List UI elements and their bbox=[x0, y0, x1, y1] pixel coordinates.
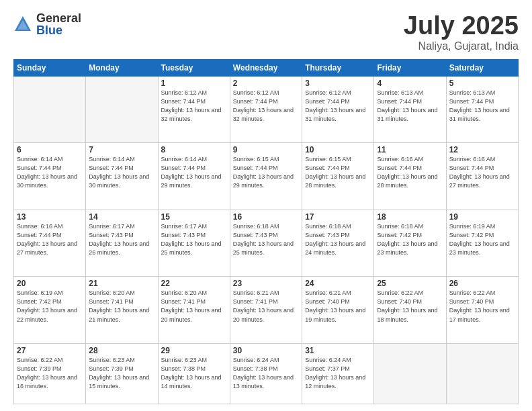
day-info: Sunrise: 6:24 AM Sunset: 7:37 PM Dayligh… bbox=[305, 356, 371, 391]
day-info: Sunrise: 6:19 AM Sunset: 7:42 PM Dayligh… bbox=[449, 222, 515, 257]
day-number: 31 bbox=[305, 346, 371, 355]
day-info: Sunrise: 6:16 AM Sunset: 7:44 PM Dayligh… bbox=[17, 222, 83, 257]
day-info: Sunrise: 6:13 AM Sunset: 7:44 PM Dayligh… bbox=[377, 89, 443, 124]
day-info: Sunrise: 6:13 AM Sunset: 7:44 PM Dayligh… bbox=[449, 89, 515, 124]
day-info: Sunrise: 6:12 AM Sunset: 7:44 PM Dayligh… bbox=[161, 89, 227, 124]
day-number: 13 bbox=[17, 212, 83, 222]
table-row bbox=[374, 343, 446, 404]
day-info: Sunrise: 6:15 AM Sunset: 7:44 PM Dayligh… bbox=[305, 155, 371, 190]
day-number: 24 bbox=[305, 279, 371, 288]
table-row: 17Sunrise: 6:18 AM Sunset: 7:43 PM Dayli… bbox=[302, 210, 374, 277]
day-info: Sunrise: 6:15 AM Sunset: 7:44 PM Dayligh… bbox=[233, 155, 299, 190]
day-info: Sunrise: 6:18 AM Sunset: 7:43 PM Dayligh… bbox=[305, 222, 371, 257]
day-number: 18 bbox=[377, 212, 443, 222]
logo-general: General bbox=[36, 12, 81, 24]
table-row: 7Sunrise: 6:14 AM Sunset: 7:44 PM Daylig… bbox=[86, 143, 158, 210]
table-row: 11Sunrise: 6:16 AM Sunset: 7:44 PM Dayli… bbox=[374, 143, 446, 210]
day-info: Sunrise: 6:16 AM Sunset: 7:44 PM Dayligh… bbox=[377, 155, 443, 190]
col-wednesday: Wednesday bbox=[230, 59, 302, 76]
calendar-table: Sunday Monday Tuesday Wednesday Thursday… bbox=[13, 59, 519, 404]
day-number: 1 bbox=[161, 79, 227, 88]
table-row bbox=[446, 343, 518, 404]
table-row: 3Sunrise: 6:12 AM Sunset: 7:44 PM Daylig… bbox=[302, 76, 374, 143]
day-info: Sunrise: 6:23 AM Sunset: 7:39 PM Dayligh… bbox=[89, 356, 154, 391]
col-thursday: Thursday bbox=[302, 59, 374, 76]
day-info: Sunrise: 6:20 AM Sunset: 7:41 PM Dayligh… bbox=[89, 289, 154, 324]
col-sunday: Sunday bbox=[14, 59, 86, 76]
table-row: 13Sunrise: 6:16 AM Sunset: 7:44 PM Dayli… bbox=[14, 210, 86, 277]
day-number: 19 bbox=[449, 212, 515, 222]
day-info: Sunrise: 6:16 AM Sunset: 7:44 PM Dayligh… bbox=[449, 155, 515, 190]
day-number: 12 bbox=[449, 145, 515, 154]
table-row: 20Sunrise: 6:19 AM Sunset: 7:42 PM Dayli… bbox=[14, 277, 86, 344]
day-info: Sunrise: 6:14 AM Sunset: 7:44 PM Dayligh… bbox=[89, 155, 154, 190]
table-row: 2Sunrise: 6:12 AM Sunset: 7:44 PM Daylig… bbox=[230, 76, 302, 143]
day-number: 29 bbox=[161, 346, 227, 355]
table-row bbox=[86, 76, 158, 143]
table-row: 14Sunrise: 6:17 AM Sunset: 7:43 PM Dayli… bbox=[86, 210, 158, 277]
col-friday: Friday bbox=[374, 59, 446, 76]
day-number: 15 bbox=[161, 212, 227, 222]
day-number: 5 bbox=[449, 79, 515, 88]
day-number: 3 bbox=[305, 79, 371, 88]
title-block: July 2025 Naliya, Gujarat, India bbox=[404, 12, 519, 52]
table-row: 1Sunrise: 6:12 AM Sunset: 7:44 PM Daylig… bbox=[158, 76, 230, 143]
table-row bbox=[14, 76, 86, 143]
day-number: 23 bbox=[233, 279, 299, 288]
day-info: Sunrise: 6:18 AM Sunset: 7:42 PM Dayligh… bbox=[377, 222, 443, 257]
day-number: 7 bbox=[89, 145, 154, 154]
table-row: 6Sunrise: 6:14 AM Sunset: 7:44 PM Daylig… bbox=[14, 143, 86, 210]
day-number: 25 bbox=[377, 279, 443, 288]
day-number: 4 bbox=[377, 79, 443, 88]
table-row: 23Sunrise: 6:21 AM Sunset: 7:41 PM Dayli… bbox=[230, 277, 302, 344]
table-row: 12Sunrise: 6:16 AM Sunset: 7:44 PM Dayli… bbox=[446, 143, 518, 210]
day-number: 14 bbox=[89, 212, 154, 222]
table-row: 29Sunrise: 6:23 AM Sunset: 7:38 PM Dayli… bbox=[158, 343, 230, 404]
logo: General Blue bbox=[13, 12, 81, 36]
day-info: Sunrise: 6:19 AM Sunset: 7:42 PM Dayligh… bbox=[17, 289, 83, 324]
day-number: 26 bbox=[449, 279, 515, 288]
logo-text: General Blue bbox=[36, 12, 81, 36]
day-number: 28 bbox=[89, 346, 154, 355]
day-info: Sunrise: 6:21 AM Sunset: 7:40 PM Dayligh… bbox=[305, 289, 371, 324]
day-info: Sunrise: 6:20 AM Sunset: 7:41 PM Dayligh… bbox=[161, 289, 227, 324]
day-number: 21 bbox=[89, 279, 154, 288]
table-row: 25Sunrise: 6:22 AM Sunset: 7:40 PM Dayli… bbox=[374, 277, 446, 344]
logo-icon bbox=[13, 15, 32, 34]
table-row: 18Sunrise: 6:18 AM Sunset: 7:42 PM Dayli… bbox=[374, 210, 446, 277]
month-title: July 2025 bbox=[404, 12, 519, 40]
day-info: Sunrise: 6:17 AM Sunset: 7:43 PM Dayligh… bbox=[161, 222, 227, 257]
day-info: Sunrise: 6:18 AM Sunset: 7:43 PM Dayligh… bbox=[233, 222, 299, 257]
day-info: Sunrise: 6:22 AM Sunset: 7:40 PM Dayligh… bbox=[449, 289, 515, 324]
day-info: Sunrise: 6:14 AM Sunset: 7:44 PM Dayligh… bbox=[161, 155, 227, 190]
day-number: 8 bbox=[161, 145, 227, 154]
day-info: Sunrise: 6:12 AM Sunset: 7:44 PM Dayligh… bbox=[233, 89, 299, 124]
day-number: 16 bbox=[233, 212, 299, 222]
table-row: 30Sunrise: 6:24 AM Sunset: 7:38 PM Dayli… bbox=[230, 343, 302, 404]
col-tuesday: Tuesday bbox=[158, 59, 230, 76]
logo-blue: Blue bbox=[36, 24, 81, 36]
day-info: Sunrise: 6:21 AM Sunset: 7:41 PM Dayligh… bbox=[233, 289, 299, 324]
day-info: Sunrise: 6:23 AM Sunset: 7:38 PM Dayligh… bbox=[161, 356, 227, 391]
table-row: 26Sunrise: 6:22 AM Sunset: 7:40 PM Dayli… bbox=[446, 277, 518, 344]
day-number: 2 bbox=[233, 79, 299, 88]
day-info: Sunrise: 6:22 AM Sunset: 7:39 PM Dayligh… bbox=[17, 356, 83, 391]
day-info: Sunrise: 6:24 AM Sunset: 7:38 PM Dayligh… bbox=[233, 356, 299, 391]
table-row: 24Sunrise: 6:21 AM Sunset: 7:40 PM Dayli… bbox=[302, 277, 374, 344]
table-row: 22Sunrise: 6:20 AM Sunset: 7:41 PM Dayli… bbox=[158, 277, 230, 344]
day-number: 6 bbox=[17, 145, 83, 154]
table-row: 10Sunrise: 6:15 AM Sunset: 7:44 PM Dayli… bbox=[302, 143, 374, 210]
table-row: 15Sunrise: 6:17 AM Sunset: 7:43 PM Dayli… bbox=[158, 210, 230, 277]
location-title: Naliya, Gujarat, India bbox=[404, 40, 519, 52]
page-header: General Blue July 2025 Naliya, Gujarat, … bbox=[13, 12, 519, 52]
table-row: 5Sunrise: 6:13 AM Sunset: 7:44 PM Daylig… bbox=[446, 76, 518, 143]
day-number: 22 bbox=[161, 279, 227, 288]
day-number: 10 bbox=[305, 145, 371, 154]
day-info: Sunrise: 6:22 AM Sunset: 7:40 PM Dayligh… bbox=[377, 289, 443, 324]
table-row: 8Sunrise: 6:14 AM Sunset: 7:44 PM Daylig… bbox=[158, 143, 230, 210]
table-row: 9Sunrise: 6:15 AM Sunset: 7:44 PM Daylig… bbox=[230, 143, 302, 210]
day-info: Sunrise: 6:17 AM Sunset: 7:43 PM Dayligh… bbox=[89, 222, 154, 257]
day-number: 20 bbox=[17, 279, 83, 288]
table-row: 27Sunrise: 6:22 AM Sunset: 7:39 PM Dayli… bbox=[14, 343, 86, 404]
col-saturday: Saturday bbox=[446, 59, 518, 76]
